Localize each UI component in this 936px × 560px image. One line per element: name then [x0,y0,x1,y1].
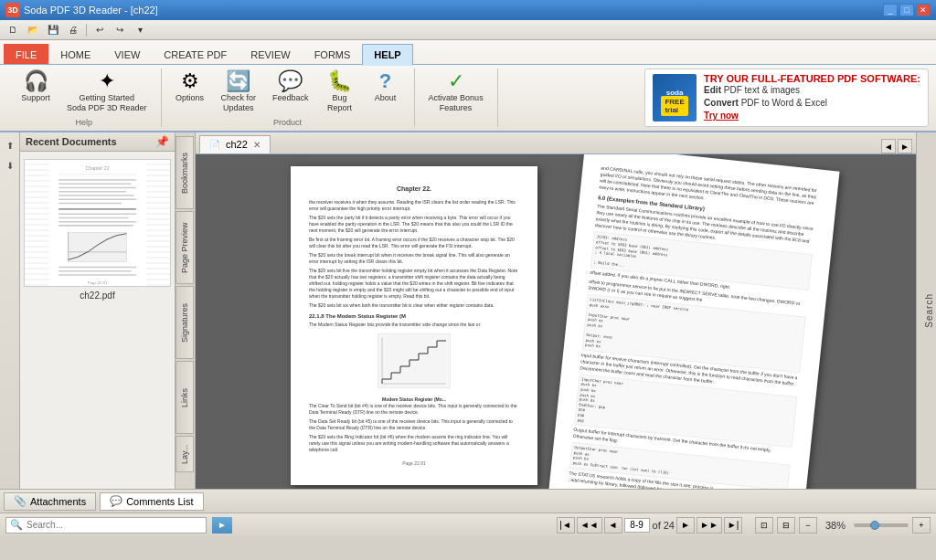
search-input[interactable] [27,520,202,530]
bonus-group-buttons: ✓ Activate BonusFeatures [422,69,490,125]
pdf-icon: 📄 [209,140,220,150]
doc-viewport[interactable]: Chapter 22. the receiver receives it whe… [196,154,916,489]
attachments-tab[interactable]: 📎 Attachments [4,492,96,511]
of-label: of [653,520,661,531]
tab-review[interactable]: REVIEW [239,44,302,64]
sidebar-bottom-btn[interactable]: ⬇ [1,156,19,174]
doc-page-right: and CARDINAL calls, you should not rely … [546,154,839,489]
star-icon: ✦ [99,71,115,91]
close-button[interactable]: ✕ [916,4,931,16]
svg-rect-8 [58,198,136,200]
fit-page-button[interactable]: ⊡ [755,517,773,534]
left-sidebar: ⬆ ⬇ [0,132,20,489]
tab-close-button[interactable]: ✕ [253,140,261,150]
prev-page-button[interactable]: ◄ [604,517,622,534]
doc-tabs-bar: 📄 ch22 ✕ ◄ ► [196,132,916,154]
next-next-button[interactable]: ►► [697,517,722,534]
page-num-left: Page 22.81 [309,460,519,467]
prev-prev-button[interactable]: ◄◄ [577,517,602,534]
attachments-label: Attachments [30,496,86,507]
product-group-label: Product [273,118,302,127]
comments-list-tab[interactable]: 💬 Comments List [100,492,203,511]
status-bar: 🔍 ► |◄ ◄◄ ◄ of 24 ► ►► ►| ⊡ ⊟ − 38% + [0,512,936,536]
bookmarks-tab[interactable]: Bookmarks [176,136,194,209]
first-page-button[interactable]: |◄ [557,517,575,534]
sidebar-top-btn[interactable]: ⬆ [1,136,19,154]
help-group-buttons: 🎧 Support ✦ Getting StartedSoda PDF 3D R… [15,69,154,116]
tab-file[interactable]: FILE [4,44,48,64]
svg-rect-13 [58,221,136,223]
checkmark-icon: ✓ [448,71,464,91]
signatures-tab[interactable]: Signatures [176,286,194,359]
options-button[interactable]: ⚙ Options [169,69,211,106]
tab-nav-right[interactable]: ► [898,139,912,153]
page-preview-tab[interactable]: Page Preview [176,211,194,284]
open-button[interactable]: 📂 [24,22,42,38]
bug-report-button[interactable]: 🐛 BugReport [319,69,361,116]
left-vtabs: Bookmarks Page Preview Signatures Links … [176,132,196,489]
search-magnifier-icon: 🔍 [10,519,23,531]
search-label[interactable]: Search [922,286,936,335]
zoom-slider-thumb[interactable] [870,521,879,530]
ribbon-group-help: 🎧 Support ✦ Getting StartedSoda PDF 3D R… [7,69,162,127]
new-button[interactable]: 🗋 [4,22,22,38]
zoom-out-button[interactable]: − [799,517,817,534]
dropdown-button[interactable]: ▾ [131,22,149,38]
svg-rect-9 [58,203,122,205]
headphones-icon: 🎧 [24,71,48,91]
tab-view[interactable]: VIEW [102,44,152,64]
zoom-slider[interactable] [854,523,909,527]
check-updates-label: Check forUpdates [221,93,257,113]
minimize-button[interactable]: _ [883,4,898,16]
svg-rect-14 [58,225,133,227]
print-button[interactable]: 🖨 [64,22,82,38]
tab-create-pdf[interactable]: CREATE PDF [152,44,239,64]
redo-button[interactable]: ↪ [111,22,129,38]
search-field[interactable]: 🔍 [5,517,207,534]
svg-rect-11 [58,213,136,215]
svg-rect-6 [58,191,126,193]
edit-bold: Edit [704,85,721,95]
activate-bonus-button[interactable]: ✓ Activate BonusFeatures [422,69,490,116]
maximize-button[interactable]: □ [899,4,914,16]
tab-forms[interactable]: FORMS [303,44,363,64]
panel-header: Recent Documents 📌 [20,132,175,152]
tab-nav-left[interactable]: ◄ [881,139,896,153]
doc-thumbnail-image: Chapter 22 [25,160,170,286]
save-button[interactable]: 💾 [44,22,62,38]
search-go-button[interactable]: ► [212,517,232,534]
doc-page-left: Chapter 22. the receiver receives it whe… [291,166,537,485]
about-button[interactable]: ? About [365,69,407,106]
feedback-button[interactable]: 💬 Feedback [266,69,315,106]
options-label: Options [176,93,204,103]
ribbon: FILE HOME VIEW CREATE PDF REVIEW FORMS H… [0,40,936,132]
page-navigation: |◄ ◄◄ ◄ of 24 ► ►► ►| [557,517,742,534]
svg-rect-12 [58,217,128,219]
zoom-in-button[interactable]: + [912,517,931,534]
doc-tab-ch22[interactable]: 📄 ch22 ✕ [199,135,271,153]
tab-help[interactable]: HELP [362,44,412,66]
doc-filename: ch22.pdf [24,291,171,301]
last-page-button[interactable]: ►| [724,517,742,534]
getting-started-button[interactable]: ✦ Getting StartedSoda PDF 3D Reader [60,69,154,116]
undo-button[interactable]: ↩ [90,22,109,38]
links-tab[interactable]: Links [176,361,194,434]
support-button[interactable]: 🎧 Support [15,69,57,106]
doc-tab-label: ch22 [226,139,248,150]
pin-icon[interactable]: 📌 [155,135,169,148]
page-number-input[interactable] [624,518,650,533]
next-page-button[interactable]: ► [676,517,695,534]
title-bar-left: 3D Soda PDF 3D Reader - [ch22] [5,3,158,17]
tab-home[interactable]: HOME [48,44,102,64]
promo-banner: sodaPDF FREEtrial TRY OUR FULL-FEATURED … [644,69,929,127]
window-title: Soda PDF 3D Reader - [ch22] [24,5,158,16]
layers-tab[interactable]: Lay... [176,436,194,472]
doc-thumbnail[interactable]: Chapter 22 [24,159,171,287]
fit-width-button[interactable]: ⊟ [777,517,795,534]
check-updates-button[interactable]: 🔄 Check forUpdates [215,69,263,116]
quick-access-toolbar: 🗋 📂 💾 🖨 ↩ ↪ ▾ [0,20,936,40]
feedback-label: Feedback [272,93,309,103]
title-bar: 3D Soda PDF 3D Reader - [ch22] _ □ ✕ [0,0,936,20]
try-now-link[interactable]: Try now [704,111,739,121]
ribbon-group-product: ⚙ Options 🔄 Check forUpdates 💬 Feedback … [162,69,415,127]
